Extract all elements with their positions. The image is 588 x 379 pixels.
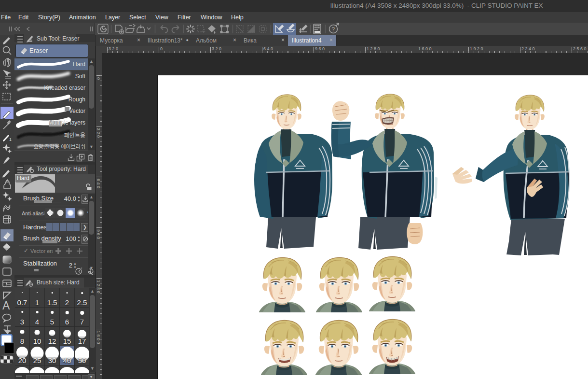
svg-text:?: ?	[332, 26, 335, 33]
svg-text:1: 1	[9, 137, 12, 142]
svg-text:A: A	[2, 299, 10, 312]
